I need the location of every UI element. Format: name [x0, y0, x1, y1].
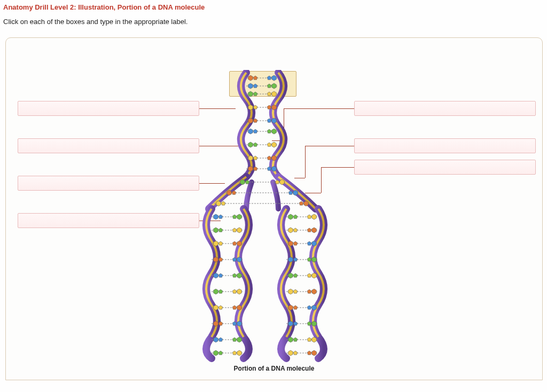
svg-marker-36 — [248, 155, 253, 161]
svg-marker-72 — [218, 241, 223, 245]
svg-marker-3 — [267, 76, 271, 80]
svg-marker-68 — [232, 228, 237, 232]
page-title: Anatomy Drill Level 2: Illustration, Por… — [3, 3, 547, 11]
label-input-right-2[interactable] — [354, 138, 536, 153]
svg-marker-76 — [214, 257, 218, 262]
svg-marker-84 — [237, 273, 242, 278]
svg-marker-146 — [288, 321, 293, 326]
svg-marker-81 — [214, 273, 218, 278]
svg-marker-144 — [312, 305, 317, 310]
svg-marker-34 — [272, 142, 277, 147]
svg-marker-11 — [248, 91, 253, 97]
dna-svg — [166, 70, 380, 364]
svg-marker-54 — [293, 190, 298, 195]
svg-marker-8 — [267, 84, 271, 88]
svg-marker-109 — [237, 350, 242, 356]
svg-marker-46 — [240, 179, 245, 185]
svg-marker-103 — [232, 338, 237, 341]
svg-marker-13 — [267, 92, 271, 96]
svg-marker-134 — [312, 273, 317, 278]
svg-marker-32 — [253, 143, 257, 146]
svg-marker-4 — [272, 75, 277, 81]
svg-marker-118 — [307, 228, 311, 232]
svg-marker-106 — [214, 350, 218, 356]
svg-marker-136 — [288, 289, 293, 294]
svg-marker-114 — [312, 214, 317, 219]
svg-marker-24 — [272, 118, 277, 123]
svg-marker-1 — [248, 75, 253, 81]
svg-marker-143 — [307, 305, 311, 309]
svg-marker-129 — [312, 257, 317, 262]
svg-marker-111 — [288, 214, 293, 219]
svg-marker-56 — [216, 201, 221, 206]
svg-marker-2 — [253, 76, 257, 80]
svg-marker-82 — [218, 273, 223, 277]
svg-marker-74 — [237, 241, 242, 246]
label-input-right-3[interactable] — [354, 160, 536, 175]
svg-marker-99 — [237, 321, 242, 326]
svg-marker-88 — [232, 289, 237, 293]
svg-marker-159 — [312, 350, 317, 356]
svg-marker-133 — [307, 273, 311, 277]
svg-marker-44 — [272, 166, 277, 171]
svg-marker-27 — [253, 129, 257, 133]
left-daughter-helix — [206, 209, 249, 358]
diagram-panel: Portion of a DNA molecule — [5, 37, 543, 380]
svg-marker-121 — [288, 241, 293, 246]
svg-marker-132 — [293, 273, 298, 277]
instruction-text: Click on each of the boxes and type in t… — [3, 18, 547, 26]
svg-marker-119 — [312, 228, 317, 233]
svg-marker-139 — [312, 289, 317, 294]
svg-marker-41 — [248, 166, 253, 171]
svg-marker-156 — [288, 350, 293, 356]
svg-marker-6 — [248, 83, 253, 89]
svg-marker-19 — [272, 105, 277, 110]
svg-marker-33 — [267, 143, 271, 146]
svg-marker-31 — [248, 142, 253, 147]
svg-marker-158 — [307, 351, 311, 355]
svg-marker-152 — [293, 338, 298, 341]
dna-illustration — [166, 70, 380, 364]
svg-marker-108 — [232, 351, 237, 355]
svg-marker-154 — [312, 337, 317, 342]
svg-marker-71 — [214, 241, 218, 246]
svg-marker-61 — [214, 214, 218, 219]
svg-marker-79 — [237, 257, 242, 262]
svg-marker-126 — [288, 257, 293, 262]
svg-marker-91 — [214, 305, 218, 310]
svg-marker-107 — [218, 351, 223, 355]
label-input-right-1[interactable] — [354, 101, 536, 116]
parent-helix — [241, 73, 284, 177]
svg-marker-94 — [237, 305, 242, 310]
svg-marker-89 — [237, 289, 242, 294]
svg-marker-64 — [237, 214, 242, 219]
svg-marker-92 — [218, 305, 223, 309]
svg-marker-26 — [248, 129, 253, 134]
svg-marker-9 — [272, 83, 277, 89]
svg-marker-69 — [237, 228, 242, 233]
svg-marker-16 — [248, 105, 253, 110]
svg-marker-83 — [232, 273, 237, 277]
svg-marker-59 — [304, 201, 309, 206]
svg-marker-12 — [253, 92, 257, 96]
svg-marker-102 — [218, 338, 223, 341]
svg-marker-38 — [267, 156, 271, 160]
svg-marker-137 — [293, 289, 298, 293]
svg-marker-141 — [288, 305, 293, 310]
svg-marker-86 — [214, 289, 218, 294]
svg-marker-73 — [232, 241, 237, 245]
svg-marker-62 — [218, 215, 223, 218]
svg-marker-87 — [218, 289, 223, 293]
svg-marker-49 — [280, 179, 285, 185]
svg-marker-29 — [272, 129, 277, 134]
svg-marker-122 — [293, 241, 298, 245]
svg-marker-131 — [288, 273, 293, 278]
svg-marker-67 — [218, 228, 223, 232]
svg-marker-124 — [312, 241, 317, 246]
svg-marker-117 — [293, 228, 298, 232]
svg-marker-21 — [248, 118, 253, 123]
svg-marker-66 — [214, 228, 218, 233]
svg-marker-112 — [293, 215, 298, 218]
svg-marker-153 — [307, 338, 311, 341]
svg-marker-39 — [272, 155, 277, 161]
